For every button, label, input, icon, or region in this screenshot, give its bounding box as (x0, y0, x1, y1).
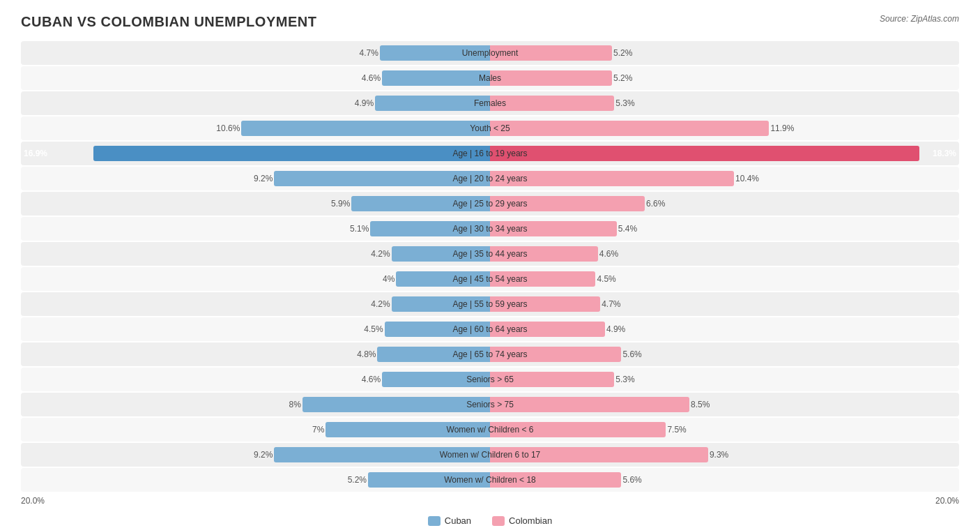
bar-row: Males4.6%5.2% (21, 66, 959, 90)
cuban-value: 5.9% (331, 199, 350, 209)
colombian-bar (490, 171, 734, 186)
bar-inner: Seniors > 654.6%5.3% (21, 368, 959, 391)
colombian-bar (490, 372, 614, 387)
bar-inner: Age | 45 to 54 years4%4.5% (21, 267, 959, 291)
cuban-value: 4% (383, 274, 395, 284)
bar-inner: Youth < 2510.6%11.9% (21, 116, 959, 140)
bar-inner: Males4.6%5.2% (21, 66, 959, 90)
bar-row: Seniors > 654.6%5.3% (21, 368, 959, 391)
colombian-bar (490, 45, 612, 61)
bar-inner: Seniors > 758%8.5% (21, 393, 959, 416)
chart-title: CUBAN VS COLOMBIAN UNEMPLOYMENT (21, 14, 316, 30)
cuban-bar (375, 96, 490, 111)
bar-inner: Age | 60 to 64 years4.5%4.9% (21, 317, 959, 341)
cuban-bar (385, 322, 490, 337)
chart-source: Source: ZipAtlas.com (880, 14, 959, 24)
colombian-value: 10.4% (735, 174, 759, 183)
chart-body: Unemployment4.7%5.2%Males4.6%5.2%Females… (21, 41, 959, 492)
bar-row: Age | 35 to 44 years4.2%4.6% (21, 242, 959, 266)
legend: Cuban Colombian (21, 515, 959, 526)
colombian-bar (490, 196, 645, 211)
bar-inner: Age | 16 to 19 years16.9%18.3% (21, 142, 959, 165)
bar-inner: Age | 55 to 59 years4.2%4.7% (21, 292, 959, 316)
cuban-value: 4.2% (371, 249, 390, 259)
bar-row: Age | 16 to 19 years16.9%18.3% (21, 142, 959, 165)
cuban-value: 9.2% (254, 174, 273, 183)
bar-row: Women w/ Children 6 to 179.2%9.3% (21, 443, 959, 467)
legend-label-cuban: Cuban (445, 515, 471, 526)
cuban-value: 9.2% (254, 450, 273, 460)
bar-row: Age | 30 to 34 years5.1%5.4% (21, 217, 959, 241)
bar-inner: Females4.9%5.3% (21, 91, 959, 115)
cuban-bar (370, 221, 490, 236)
bar-row: Age | 20 to 24 years9.2%10.4% (21, 167, 959, 190)
colombian-bar (490, 347, 621, 362)
bar-inner: Unemployment4.7%5.2% (21, 41, 959, 65)
colombian-bar (490, 121, 769, 136)
cuban-value: 4.6% (362, 73, 381, 83)
colombian-value: 7.5% (667, 425, 686, 435)
cuban-value: 4.9% (355, 98, 374, 108)
bar-inner: Age | 30 to 34 years5.1%5.4% (21, 217, 959, 241)
cuban-bar (380, 45, 490, 61)
colombian-bar (490, 322, 605, 337)
colombian-value: 5.3% (615, 98, 634, 108)
cuban-bar (368, 472, 490, 488)
colombian-value: 4.5% (597, 274, 615, 284)
cuban-value: 5.2% (348, 475, 367, 485)
cuban-value: 4.8% (357, 349, 376, 359)
colombian-value: 5.6% (622, 475, 641, 485)
cuban-value: 4.6% (362, 375, 381, 384)
bar-inner: Women w/ Children < 185.2%5.6% (21, 468, 959, 492)
bar-row: Females4.9%5.3% (21, 91, 959, 115)
colombian-value: 11.9% (770, 123, 794, 133)
cuban-value: 8% (289, 400, 300, 409)
bar-row: Youth < 2510.6%11.9% (21, 116, 959, 140)
bar-inner: Age | 35 to 44 years4.2%4.6% (21, 242, 959, 266)
legend-item-cuban: Cuban (428, 515, 471, 526)
cuban-bar (382, 70, 490, 86)
cuban-value: 4.2% (371, 299, 390, 309)
colombian-value: 4.6% (599, 249, 618, 259)
colombian-bar (490, 70, 612, 86)
colombian-bar (490, 221, 617, 236)
cuban-bar (382, 372, 490, 387)
colombian-bar (490, 397, 689, 412)
colombian-value: 5.3% (615, 375, 634, 384)
colombian-value: 5.6% (622, 349, 641, 359)
chart-container: CUBAN VS COLOMBIAN UNEMPLOYMENT Source: … (0, 0, 980, 528)
axis-min-label: 20.0% (21, 496, 45, 506)
colombian-value: 5.2% (613, 48, 632, 58)
chart-header: CUBAN VS COLOMBIAN UNEMPLOYMENT Source: … (21, 14, 959, 30)
legend-label-colombian: Colombian (509, 515, 552, 526)
colombian-bar (490, 271, 595, 287)
cuban-bar (93, 146, 490, 161)
bar-inner: Women w/ Children < 67%7.5% (21, 418, 959, 442)
legend-color-cuban (428, 516, 441, 526)
cuban-value: 7% (312, 425, 324, 435)
colombian-bar (490, 246, 598, 262)
axis-max-label: 20.0% (935, 496, 959, 506)
cuban-bar (392, 296, 490, 312)
colombian-bar (490, 296, 600, 312)
cuban-bar (274, 171, 490, 186)
colombian-value: 5.2% (613, 73, 632, 83)
colombian-value: 9.3% (710, 450, 728, 460)
cuban-bar (274, 447, 490, 462)
cuban-bar (396, 271, 490, 287)
bar-row: Age | 45 to 54 years4%4.5% (21, 267, 959, 291)
legend-item-colombian: Colombian (492, 515, 552, 526)
cuban-value: 16.9% (24, 149, 47, 158)
colombian-bar (490, 472, 621, 488)
cuban-bar (241, 121, 490, 136)
bar-row: Women w/ Children < 185.2%5.6% (21, 468, 959, 492)
colombian-value: 8.5% (691, 400, 710, 409)
cuban-value: 10.6% (216, 123, 240, 133)
colombian-bar (490, 146, 919, 161)
bar-inner: Age | 25 to 29 years5.9%6.6% (21, 192, 959, 216)
colombian-value: 6.6% (646, 199, 665, 209)
bar-row: Age | 55 to 59 years4.2%4.7% (21, 292, 959, 316)
colombian-value: 5.4% (618, 224, 637, 234)
axis-row: 20.0% 20.0% (21, 496, 959, 506)
cuban-value: 4.5% (364, 324, 383, 334)
